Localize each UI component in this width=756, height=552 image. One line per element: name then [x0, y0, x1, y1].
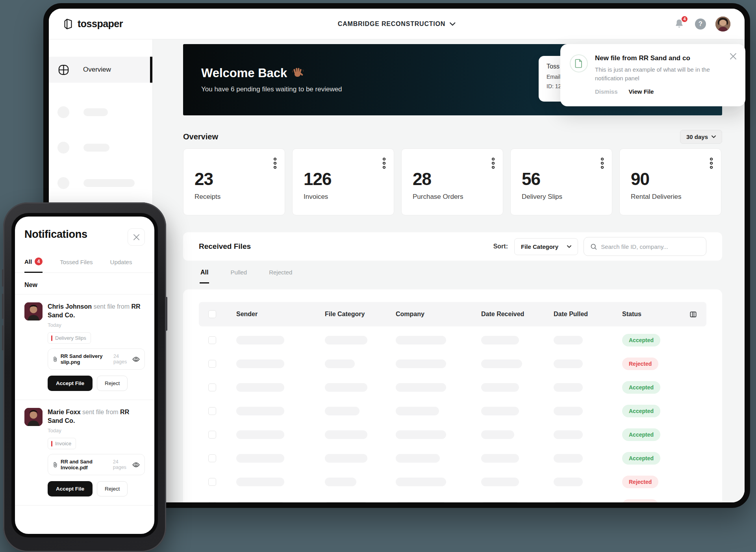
user-avatar[interactable] [715, 17, 730, 31]
skeleton-bar [396, 501, 446, 508]
skeleton-bar [236, 478, 284, 486]
card-menu-icon[interactable] [600, 157, 604, 169]
table-row[interactable]: Rejected [199, 354, 706, 374]
reject-button[interactable]: Reject [97, 376, 128, 391]
sidebar-item-overview[interactable]: Overview [49, 57, 152, 83]
skeleton-bar [554, 336, 583, 345]
preview-eye-icon[interactable] [132, 462, 140, 468]
file-attachment-chip[interactable]: RR Sand delivery slip.png 24 pages [48, 348, 145, 370]
table-row[interactable]: Accepted [199, 401, 706, 421]
table-row[interactable]: Rejected [199, 496, 706, 508]
columns-icon[interactable] [689, 311, 697, 318]
notifications-button[interactable]: 4 [674, 18, 686, 30]
stat-card-rental-deliveries: 90 Rental Deliveries [619, 148, 721, 215]
stat-label: Delivery Slips [522, 193, 601, 201]
tab-all[interactable]: All 4 [24, 257, 43, 273]
row-menu-icon[interactable] [692, 504, 697, 507]
tab-pulled[interactable]: Pulled [230, 267, 248, 282]
file-attachment-chip[interactable]: RR and Sand Invoice.pdf 24 pages [48, 454, 145, 475]
select-all-checkbox[interactable] [208, 310, 216, 318]
tag-accent-bar [51, 441, 52, 446]
row-checkbox[interactable] [208, 431, 216, 439]
connector-text: sent file from [93, 303, 131, 310]
row-menu-icon[interactable] [692, 362, 697, 365]
status-badge: Rejected [622, 499, 658, 508]
wave-emoji [292, 67, 304, 80]
file-pages: 24 pages [113, 354, 129, 365]
workspace-switcher[interactable]: CAMBRIDGE RECONSTRUCTION [338, 20, 456, 28]
stat-value: 56 [522, 169, 601, 189]
app-logo: tosspaper [62, 18, 123, 30]
welcome-title: Welcome Back [201, 66, 287, 80]
row-menu-icon[interactable] [692, 433, 697, 436]
preview-eye-icon[interactable] [132, 356, 140, 362]
table-row[interactable]: Accepted [199, 330, 706, 350]
accept-file-button[interactable]: Accept File [48, 481, 93, 496]
sender-avatar [24, 408, 43, 426]
stats-row: 23 Receipts 126 Invoices 28 Purchase Ord… [183, 148, 722, 215]
card-menu-icon[interactable] [491, 157, 495, 169]
card-menu-icon[interactable] [382, 157, 386, 169]
sort-label: Sort: [493, 243, 508, 250]
connector-text: sent file from [82, 409, 120, 415]
status-badge: Rejected [622, 358, 658, 370]
status-badge: Accepted [622, 452, 660, 465]
row-checkbox[interactable] [208, 454, 216, 462]
table-row[interactable]: Accepted [199, 425, 706, 445]
row-checkbox[interactable] [208, 336, 216, 344]
tab-rejected[interactable]: Rejected [268, 267, 293, 282]
notification-list: Chris Johnson sent file from RR Sand Co.… [15, 294, 154, 506]
search-input[interactable] [601, 243, 700, 250]
skeleton-circle [57, 106, 69, 118]
paperclip-icon [53, 356, 57, 362]
row-menu-icon[interactable] [692, 409, 697, 413]
file-name: RR and Sand Invoice.pdf [61, 459, 109, 470]
row-menu-icon[interactable] [692, 480, 697, 483]
phone-volume-button [2, 294, 4, 319]
column-header-status: Status [622, 311, 677, 318]
card-menu-icon[interactable] [273, 157, 277, 169]
close-button[interactable] [128, 228, 145, 246]
row-checkbox[interactable] [208, 478, 216, 486]
row-checkbox[interactable] [208, 502, 216, 508]
all-count-badge: 4 [35, 257, 43, 265]
accept-file-button[interactable]: Accept File [48, 376, 93, 391]
reject-button[interactable]: Reject [97, 481, 128, 496]
row-checkbox[interactable] [208, 407, 216, 415]
skeleton-bar [481, 430, 514, 439]
notification-text: Marie Foxx sent file from RR Sand Co. [48, 408, 145, 425]
close-icon[interactable] [730, 53, 737, 60]
stat-label: Invoices [304, 193, 383, 201]
tab-updates[interactable]: Updates [110, 257, 132, 272]
row-menu-icon[interactable] [692, 386, 697, 389]
row-checkbox[interactable] [208, 383, 216, 391]
skeleton-bar [481, 501, 519, 508]
skeleton-bar [396, 454, 440, 463]
table-row[interactable]: Rejected [199, 472, 706, 492]
sidebar-skeleton-item [49, 142, 152, 154]
sort-select[interactable]: File Category [514, 238, 578, 255]
sidebar-item-label: Overview [83, 66, 111, 74]
table-row[interactable]: Accepted [199, 448, 706, 468]
tab-tossed-files[interactable]: Tossed Files [60, 257, 93, 272]
status-badge: Accepted [622, 428, 660, 441]
paperclip-icon [53, 461, 57, 468]
column-header-file-category: File Category [325, 311, 396, 318]
skeleton-bar [396, 478, 446, 486]
date-range-select[interactable]: 30 days [680, 130, 722, 144]
tab-all[interactable]: All [200, 267, 209, 283]
row-menu-icon[interactable] [692, 457, 697, 460]
row-menu-icon[interactable] [692, 339, 697, 342]
card-menu-icon[interactable] [710, 157, 713, 169]
stat-card-purchase-orders: 28 Purchase Orders [401, 148, 503, 215]
skeleton-bar [325, 478, 356, 486]
sort-value: File Category [521, 243, 558, 250]
row-checkbox[interactable] [208, 360, 216, 368]
table-row[interactable]: Accepted [199, 378, 706, 397]
view-file-button[interactable]: View File [629, 88, 654, 95]
logo-text: tosspaper [78, 18, 123, 30]
dismiss-button[interactable]: Dismiss [595, 88, 618, 95]
skeleton-bar [236, 359, 284, 368]
sidebar-skeleton-item [49, 106, 152, 118]
help-button[interactable]: ? [695, 19, 706, 30]
